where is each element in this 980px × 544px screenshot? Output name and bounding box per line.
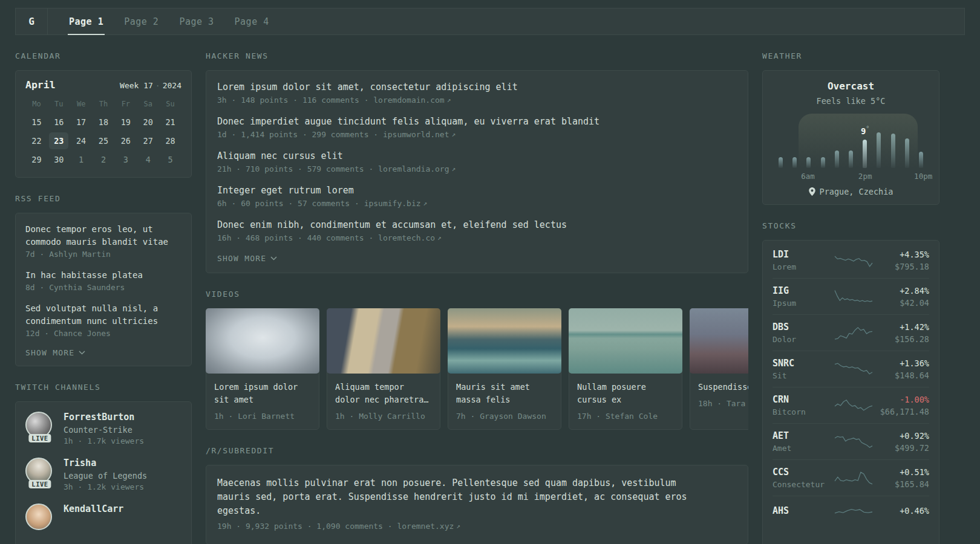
rss-item-title[interactable]: Donec tempor eros leo, ut commodo mauris… bbox=[25, 223, 181, 248]
nav-tab[interactable]: Page 1 bbox=[59, 8, 114, 34]
news-item-domain[interactable]: ipsumify.biz bbox=[364, 199, 421, 208]
news-item-title[interactable]: Lorem ipsum dolor sit amet, consectetur … bbox=[217, 82, 737, 92]
avatar[interactable] bbox=[25, 504, 52, 530]
stock-sparkline bbox=[833, 503, 874, 521]
news-item-title[interactable]: Donec imperdiet augue tincidunt felis al… bbox=[217, 116, 737, 127]
news-item-domain[interactable]: loremdomain.com bbox=[373, 96, 444, 105]
calendar-day: 29 bbox=[27, 151, 46, 168]
video-meta: 1h · Molly Carrillo bbox=[335, 412, 432, 421]
stock-symbol[interactable]: DBS bbox=[773, 322, 833, 332]
video-text: Nullam posuere cursus ex 17h · Stefan Co… bbox=[569, 374, 682, 429]
calendar-day: 26 bbox=[116, 132, 136, 149]
video-title[interactable]: Mauris sit amet massa felis bbox=[456, 381, 553, 406]
daylight-region bbox=[799, 114, 918, 168]
stock-row: CRN Bitcorn -1.00% $66,171.48 bbox=[773, 387, 929, 423]
stock-row: SNRC Sit +1.36% $148.64 bbox=[773, 351, 929, 387]
calendar-day-cell: 16 bbox=[48, 112, 70, 131]
calendar-day-cell: 4 bbox=[137, 150, 159, 169]
calendar-weekday-label: Su bbox=[159, 98, 181, 112]
news-item-domain[interactable]: ipsumworld.net bbox=[383, 130, 449, 139]
stock-values: +0.51% $165.84 bbox=[874, 467, 929, 489]
twitch-channel-name[interactable]: KendallCarr bbox=[64, 504, 123, 514]
weather-feels-like: Feels like 5°C bbox=[771, 96, 930, 106]
news-item-title[interactable]: Integer eget rutrum lorem bbox=[217, 185, 737, 196]
news-item-stats: 1d · 1,414 points · 299 comments · bbox=[217, 130, 383, 139]
stock-symbol[interactable]: AHS bbox=[773, 505, 833, 516]
tab-bar: Page 1Page 2Page 3Page 4 bbox=[59, 8, 279, 34]
video-thumbnail[interactable] bbox=[448, 308, 561, 374]
video-thumbnail[interactable] bbox=[206, 308, 319, 374]
nav-tab[interactable]: Page 4 bbox=[224, 8, 279, 34]
section-title-rss: RSS FEED bbox=[15, 194, 192, 203]
app-logo[interactable]: G bbox=[16, 8, 48, 34]
video-title[interactable]: Suspendisse diam bbox=[698, 381, 748, 393]
calendar-weekday-label: We bbox=[70, 98, 93, 112]
time-axis-label: 2pm bbox=[858, 172, 872, 181]
calendar-day: 17 bbox=[71, 114, 91, 131]
nav-tab[interactable]: Page 3 bbox=[169, 8, 224, 34]
calendar-day-cell: 29 bbox=[25, 150, 48, 169]
stock-symbol[interactable]: CCS bbox=[773, 467, 833, 478]
stock-sparkline bbox=[833, 324, 874, 342]
nav-tab[interactable]: Page 2 bbox=[114, 8, 169, 34]
stock-values: +0.92% $499.72 bbox=[874, 431, 929, 453]
calendar-day: 28 bbox=[161, 132, 180, 149]
stock-symbol[interactable]: LDI bbox=[773, 249, 833, 260]
videos-row: Lorem ipsum dolor sit amet consectetu… 1… bbox=[206, 308, 748, 430]
news-item: Donec enim nibh, condimentum et accumsan… bbox=[217, 219, 737, 242]
stock-symbol[interactable]: CRN bbox=[773, 394, 833, 405]
calendar-weekday-row: MoTuWeThFrSaSu bbox=[25, 98, 181, 112]
video-thumbnail[interactable] bbox=[327, 308, 440, 374]
stock-symbol[interactable]: AET bbox=[773, 430, 833, 441]
news-item-domain[interactable]: loremtech.co bbox=[378, 233, 435, 242]
hackernews-show-more-button[interactable]: SHOW MORE bbox=[217, 254, 737, 263]
rss-show-more-button[interactable]: SHOW MORE bbox=[25, 348, 181, 357]
subreddit-post-domain[interactable]: loremnet.xyz bbox=[397, 522, 454, 531]
video-text: Mauris sit amet massa felis 7h · Grayson… bbox=[448, 374, 561, 429]
rss-item-title[interactable]: Sed volutpat nulla nisl, a condimentum n… bbox=[25, 302, 181, 328]
calendar-day-cell: 26 bbox=[114, 131, 137, 150]
news-item-meta: 21h · 710 points · 579 comments · loreml… bbox=[217, 164, 737, 173]
chevron-down-icon bbox=[79, 351, 85, 355]
calendar-day: 30 bbox=[49, 151, 68, 168]
news-item-title[interactable]: Aliquam nec cursus elit bbox=[217, 151, 737, 161]
rss-item-title[interactable]: In hac habitasse platea bbox=[25, 269, 181, 282]
subreddit-post-title[interactable]: Maecenas mollis pulvinar erat non posuer… bbox=[217, 476, 704, 518]
calendar-days-grid: 1516171819202122232425262728293012345 bbox=[25, 112, 181, 169]
stock-id: AET Amet bbox=[773, 430, 833, 453]
video-card: Nullam posuere cursus ex 17h · Stefan Co… bbox=[569, 308, 682, 430]
video-title[interactable]: Nullam posuere cursus ex bbox=[577, 381, 674, 406]
section-title-videos: VIDEOS bbox=[206, 290, 748, 299]
video-thumbnail[interactable] bbox=[690, 308, 748, 374]
stock-values: -1.00% $66,171.48 bbox=[874, 395, 929, 416]
rss-item: In hac habitasse platea 8d · Cynthia Sau… bbox=[25, 269, 181, 292]
calendar-day-cell: 27 bbox=[137, 131, 159, 150]
calendar-day: 19 bbox=[116, 114, 136, 131]
section-title-calendar: CALENDAR bbox=[15, 51, 192, 60]
calendar-day: 4 bbox=[139, 151, 158, 168]
video-title[interactable]: Aliquam tempor dolor nec pharetra… bbox=[335, 381, 432, 406]
twitch-channel-name[interactable]: Trisha bbox=[64, 458, 147, 468]
external-link-icon: ↗ bbox=[447, 96, 451, 104]
stock-symbol[interactable]: IIG bbox=[773, 285, 833, 296]
calendar-day: 3 bbox=[116, 151, 136, 168]
calendar-widget: April Week 17·2024 MoTuWeThFrSaSu 151617… bbox=[15, 70, 192, 178]
stocks-widget: LDI Lorem +4.35% $795.18 IIG Ipsum +2.84… bbox=[762, 240, 939, 544]
calendar-day-cell: 1 bbox=[70, 150, 93, 169]
news-item: Aliquam nec cursus elit 21h · 710 points… bbox=[217, 151, 737, 173]
twitch-channel-name[interactable]: ForrestBurton bbox=[64, 412, 144, 423]
news-item-title[interactable]: Donec enim nibh, condimentum et accumsan… bbox=[217, 219, 737, 230]
stock-change: +1.42% bbox=[874, 322, 929, 332]
stock-sparkline bbox=[833, 288, 874, 306]
stock-symbol[interactable]: SNRC bbox=[773, 358, 833, 369]
twitch-channel-meta: 1h · 1.7k viewers bbox=[64, 436, 144, 445]
twitch-channel-meta: 3h · 1.2k viewers bbox=[64, 482, 147, 491]
news-item-stats: 16h · 468 points · 440 comments · bbox=[217, 233, 378, 242]
news-item-domain[interactable]: loremlandia.org bbox=[378, 164, 449, 173]
video-title[interactable]: Lorem ipsum dolor sit amet consectetu… bbox=[214, 381, 311, 406]
video-thumbnail[interactable] bbox=[569, 308, 682, 374]
stock-row: CCS Consectetur +0.51% $165.84 bbox=[773, 459, 929, 496]
video-card: Aliquam tempor dolor nec pharetra… 1h · … bbox=[327, 308, 440, 430]
stock-name: Bitcorn bbox=[773, 407, 833, 416]
stock-price: $165.84 bbox=[874, 479, 929, 489]
